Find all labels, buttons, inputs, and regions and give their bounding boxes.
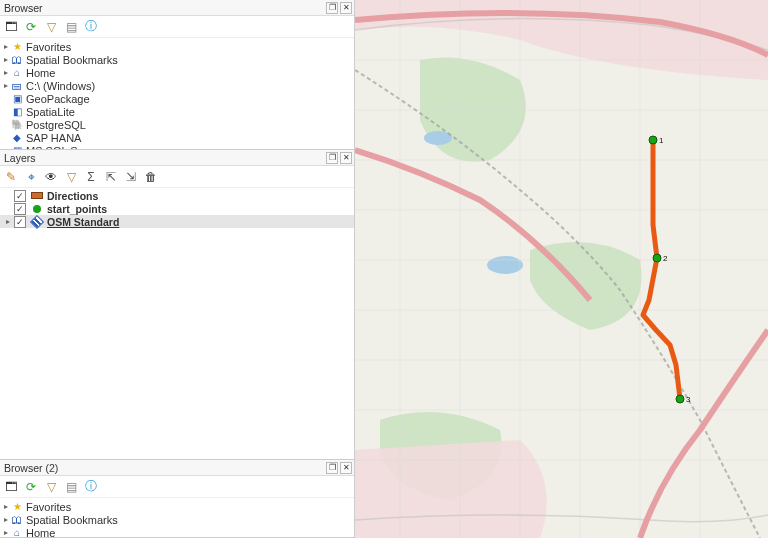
map-canvas[interactable]: 123 (355, 0, 768, 538)
browser-item[interactable]: ▸⌂Home (0, 526, 354, 537)
bookmark-icon: 🕮 (10, 54, 24, 66)
browser-item-label: Favorites (26, 41, 71, 53)
expand-all-icon[interactable]: ⇱ (104, 170, 118, 184)
expand-arrow-icon[interactable]: ▸ (2, 55, 10, 64)
saphana-icon: ◆ (10, 132, 24, 144)
panel-undock-button[interactable]: ❐ (326, 462, 338, 474)
panel-close-button[interactable]: ✕ (340, 2, 352, 14)
left-sidebar: Browser ❐ ✕ 🗔 ⟳ ▽ ▤ ⓘ ▸★Favorites▸🕮Spati… (0, 0, 355, 538)
expand-arrow-icon[interactable]: ▸ (2, 42, 10, 51)
browser-item[interactable]: ▸▣GeoPackage (0, 92, 354, 105)
browser-item-label: Spatial Bookmarks (26, 54, 118, 66)
panel-close-button[interactable]: ✕ (340, 462, 352, 474)
browser-item-label: PostgreSQL (26, 119, 86, 131)
spatialite-icon: ◧ (10, 106, 24, 118)
panel-close-button[interactable]: ✕ (340, 152, 352, 164)
panel-title: Browser (2) (2, 462, 324, 474)
refresh-icon[interactable]: ⟳ (24, 480, 38, 494)
browser-item-label: GeoPackage (26, 93, 90, 105)
add-connection-icon[interactable]: 🗔 (4, 480, 18, 494)
add-connection-icon[interactable]: 🗔 (4, 20, 18, 34)
browser-item-label: Home (26, 67, 55, 79)
browser-item-label: Favorites (26, 501, 71, 513)
remove-layer-icon[interactable]: 🗑 (144, 170, 158, 184)
browser2-panel: Browser (2) ❐ ✕ 🗔 ⟳ ▽ ▤ ⓘ ▸★Favorites▸🕮S… (0, 460, 354, 538)
layer-visibility-checkbox[interactable]: ✓ (14, 203, 26, 215)
panel-title: Browser (2, 2, 324, 14)
expand-arrow-icon[interactable]: ▸ (2, 502, 10, 511)
browser-tree[interactable]: ▸★Favorites▸🕮Spatial Bookmarks▸⌂Home▸🖴C:… (0, 38, 354, 149)
browser2-tree[interactable]: ▸★Favorites▸🕮Spatial Bookmarks▸⌂Home▸🖴C:… (0, 498, 354, 537)
browser2-panel-header[interactable]: Browser (2) ❐ ✕ (0, 460, 354, 476)
browser-item-label: SpatiaLite (26, 106, 75, 118)
layers-panel: Layers ❐ ✕ ✎ ⌖ 👁 ▽ Σ ⇱ ⇲ 🗑 ▸✓Directions▸… (0, 150, 354, 460)
home-icon: ⌂ (10, 527, 24, 538)
layer-symbol-icon (30, 216, 44, 228)
panel-title: Layers (2, 152, 324, 164)
browser-item-label: Spatial Bookmarks (26, 514, 118, 526)
browser-panel-header[interactable]: Browser ❐ ✕ (0, 0, 354, 16)
route-point[interactable] (676, 395, 684, 403)
browser-toolbar: 🗔 ⟳ ▽ ▤ ⓘ (0, 16, 354, 38)
panel-undock-button[interactable]: ❐ (326, 152, 338, 164)
mssql-icon: ▦ (10, 145, 24, 150)
map-svg: 123 (355, 0, 768, 538)
properties-icon[interactable]: ⓘ (84, 480, 98, 494)
star-icon: ★ (10, 41, 24, 53)
browser-item-label: SAP HANA (26, 132, 81, 144)
expression-icon[interactable]: Σ (84, 170, 98, 184)
bookmark-icon: 🕮 (10, 514, 24, 526)
route-point-label: 1 (659, 136, 664, 145)
collapse-icon[interactable]: ▤ (64, 480, 78, 494)
expand-arrow-icon[interactable]: ▸ (2, 68, 10, 77)
filter-icon[interactable]: ▽ (44, 20, 58, 34)
browser-item[interactable]: ▸★Favorites (0, 500, 354, 513)
layers-tree[interactable]: ▸✓Directions▸✓start_points▸✓OSM Standard (0, 188, 354, 459)
browser-item[interactable]: ▸🐘PostgreSQL (0, 118, 354, 131)
layer-label: start_points (47, 203, 107, 215)
panel-undock-button[interactable]: ❐ (326, 2, 338, 14)
star-icon: ★ (10, 501, 24, 513)
route-point-label: 2 (663, 254, 668, 263)
browser-item[interactable]: ▸🕮Spatial Bookmarks (0, 53, 354, 66)
browser-item[interactable]: ▸◧SpatiaLite (0, 105, 354, 118)
browser2-toolbar: 🗔 ⟳ ▽ ▤ ⓘ (0, 476, 354, 498)
layer-symbol-icon (30, 203, 44, 215)
expand-arrow-icon[interactable]: ▸ (2, 528, 10, 537)
layer-symbol-icon (30, 190, 44, 202)
visibility-icon[interactable]: 👁 (44, 170, 58, 184)
layers-panel-header[interactable]: Layers ❐ ✕ (0, 150, 354, 166)
layer-row[interactable]: ▸✓start_points (0, 202, 354, 215)
collapse-icon[interactable]: ▤ (64, 20, 78, 34)
route-point[interactable] (653, 254, 661, 262)
browser-item[interactable]: ▸🖴C:\ (Windows) (0, 79, 354, 92)
layer-row[interactable]: ▸✓Directions (0, 189, 354, 202)
browser-item[interactable]: ▸◆SAP HANA (0, 131, 354, 144)
expand-arrow-icon[interactable]: ▸ (2, 81, 10, 90)
styling-icon[interactable]: ✎ (4, 170, 18, 184)
add-group-icon[interactable]: ⌖ (24, 170, 38, 184)
expand-arrow-icon[interactable]: ▸ (2, 515, 10, 524)
browser-item[interactable]: ▸▦MS SQL Server (0, 144, 354, 149)
browser-item[interactable]: ▸🕮Spatial Bookmarks (0, 513, 354, 526)
layer-row[interactable]: ▸✓OSM Standard (0, 215, 354, 228)
browser-item-label: C:\ (Windows) (26, 80, 95, 92)
browser-item-label: Home (26, 527, 55, 538)
expand-arrow-icon[interactable]: ▸ (4, 217, 12, 226)
svg-point-1 (487, 256, 523, 274)
route-point[interactable] (649, 136, 657, 144)
properties-icon[interactable]: ⓘ (84, 20, 98, 34)
layers-toolbar: ✎ ⌖ 👁 ▽ Σ ⇱ ⇲ 🗑 (0, 166, 354, 188)
browser-item[interactable]: ▸★Favorites (0, 40, 354, 53)
filter-icon[interactable]: ▽ (44, 480, 58, 494)
browser-item[interactable]: ▸⌂Home (0, 66, 354, 79)
filter-legend-icon[interactable]: ▽ (64, 170, 78, 184)
drive-icon: 🖴 (10, 80, 24, 92)
postgres-icon: 🐘 (10, 119, 24, 131)
layer-visibility-checkbox[interactable]: ✓ (14, 190, 26, 202)
layer-label: Directions (47, 190, 98, 202)
refresh-icon[interactable]: ⟳ (24, 20, 38, 34)
home-icon: ⌂ (10, 67, 24, 79)
collapse-all-icon[interactable]: ⇲ (124, 170, 138, 184)
layer-visibility-checkbox[interactable]: ✓ (14, 216, 26, 228)
